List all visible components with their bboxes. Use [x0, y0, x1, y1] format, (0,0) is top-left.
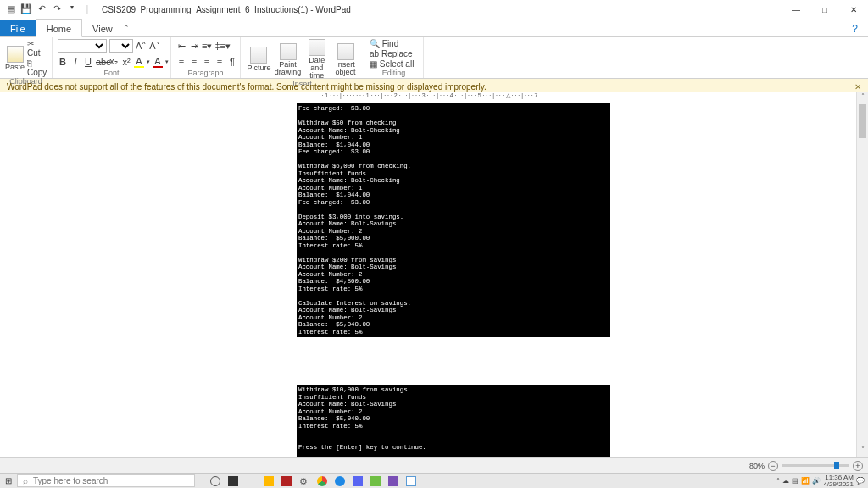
dd2[interactable]: ▾ [165, 58, 169, 65]
subscript-button[interactable]: x₂ [108, 56, 119, 67]
zoom-slider[interactable] [782, 464, 849, 467]
group-paragraph: Paragraph [176, 69, 235, 78]
font-size-input[interactable] [109, 39, 133, 53]
linespacing-icon[interactable]: ‡≡▾ [214, 41, 231, 52]
paragraph-dialog-icon[interactable]: ¶ [227, 57, 237, 67]
paste-button[interactable]: Paste [5, 46, 25, 71]
calendar-icon [309, 39, 326, 56]
discord-icon[interactable] [353, 476, 363, 486]
outdent-icon[interactable]: ⇤ [176, 41, 186, 52]
selectall-button[interactable]: ▦ Select all [370, 59, 418, 69]
redo-icon[interactable]: ↷ [51, 3, 63, 15]
search-icon: ⌕ [23, 476, 28, 485]
tray-clock[interactable]: 11:36 AM 4/29/2021 [823, 474, 854, 488]
copy-button[interactable]: ⎘ Copy [27, 58, 47, 77]
undo-icon[interactable]: ↶ [36, 3, 47, 15]
tray-notifications-icon[interactable]: 💬 [856, 477, 865, 485]
grow-font-icon[interactable]: A˄ [136, 41, 147, 52]
explorer-icon[interactable] [264, 476, 274, 486]
scroll-up-icon[interactable]: ˄ [857, 92, 868, 104]
ribbon-collapse-icon[interactable]: ⌃ [123, 24, 130, 32]
window-title: CSIS209_Programming_Assignment_6_Instruc… [98, 5, 782, 14]
insert-picture-button[interactable]: Picture [246, 47, 272, 72]
bullets-icon[interactable]: ≡▾ [202, 41, 212, 52]
shrink-font-icon[interactable]: A˅ [149, 41, 160, 52]
tray-volume-icon[interactable]: 🔊 [812, 477, 821, 485]
tray-cloud-icon[interactable]: ☁ [782, 477, 789, 485]
qat-dropdown-icon[interactable]: ▾ [66, 3, 78, 15]
paste-icon [7, 46, 24, 63]
find-button[interactable]: 🔍 Find [370, 39, 418, 48]
zoom-slider-thumb[interactable] [834, 462, 839, 469]
justify-icon[interactable]: ≡ [214, 57, 225, 67]
edge-icon[interactable] [246, 476, 256, 486]
scroll-thumb[interactable] [859, 104, 866, 138]
settings-icon[interactable]: ⚙ [299, 476, 309, 486]
taskview-icon[interactable] [210, 476, 220, 486]
close-button[interactable]: ✕ [839, 5, 868, 14]
tray-date: 4/29/2021 [823, 481, 854, 488]
tray-network-icon[interactable]: ▤ [792, 477, 798, 485]
paint-icon [280, 43, 297, 60]
dd1[interactable]: ▾ [147, 58, 150, 65]
app-icon-green[interactable] [370, 476, 381, 486]
underline-button[interactable]: U [83, 57, 93, 67]
tray-chevron-icon[interactable]: ˄ [776, 477, 780, 485]
bold-button[interactable]: B [58, 57, 68, 67]
maximize-button[interactable]: □ [810, 5, 839, 14]
superscript-button[interactable]: x² [121, 57, 131, 67]
align-left-icon[interactable]: ≡ [176, 57, 186, 67]
chrome-icon[interactable] [317, 476, 327, 486]
vs-icon[interactable] [388, 476, 398, 486]
start-button[interactable]: ⊞ [0, 476, 17, 485]
save-icon[interactable]: 💾 [20, 3, 32, 15]
align-center-icon[interactable]: ≡ [189, 57, 199, 67]
zoom-out-button[interactable]: − [768, 461, 778, 471]
scroll-down-icon[interactable]: ˅ [857, 446, 868, 458]
taskbar-search[interactable]: ⌕ Type here to search [17, 474, 195, 487]
app-icon-red[interactable] [281, 476, 292, 486]
font-name-input[interactable] [58, 39, 107, 53]
tray-wifi-icon[interactable]: 📶 [801, 477, 810, 485]
group-editing: Editing [370, 69, 418, 78]
italic-button[interactable]: I [70, 57, 81, 67]
insert-object-button[interactable]: Insert object [332, 43, 359, 76]
console-output-2: Withdraw $10,000 from savings. Insuffici… [297, 385, 610, 458]
taskbar: ⊞ ⌕ Type here to search ⚙ ˄ ☁ ▤ 📶 🔊 11:3… [0, 473, 868, 488]
object-icon [337, 43, 354, 60]
document-area[interactable]: · 1 · · · | · · · · · · · 1 · · · | · · … [0, 92, 856, 458]
app-icon: ▤ [5, 3, 17, 15]
compat-warning-text: WordPad does not support all of the feat… [7, 82, 487, 92]
wordpad-icon[interactable] [406, 476, 416, 486]
zoom-in-button[interactable]: + [853, 461, 863, 471]
text-highlight-icon[interactable]: A [134, 56, 144, 68]
indent-icon[interactable]: ⇥ [189, 41, 199, 52]
vertical-scrollbar[interactable]: ˄ ˅ [856, 92, 868, 458]
cut-button[interactable]: ✂ Cut [27, 39, 47, 58]
tab-view[interactable]: View [82, 20, 123, 36]
insert-date-button[interactable]: Date and time [303, 39, 330, 80]
status-bar: 80% − + [0, 458, 868, 473]
tab-file[interactable]: File [0, 20, 36, 36]
tab-home[interactable]: Home [36, 19, 82, 37]
ruler[interactable]: · 1 · · · | · · · · · · · 1 · · · | · · … [244, 92, 615, 103]
minimize-button[interactable]: — [782, 5, 810, 14]
picture-icon [250, 47, 267, 64]
warning-close-icon[interactable]: ✕ [854, 82, 861, 92]
app-icon-blue[interactable] [335, 476, 345, 486]
insert-paint-button[interactable]: Paint drawing [275, 43, 302, 76]
align-right-icon[interactable]: ≡ [202, 57, 212, 67]
search-placeholder: Type here to search [33, 476, 108, 485]
help-icon[interactable]: ? [847, 21, 863, 36]
zoom-value: 80% [749, 462, 765, 470]
group-font: Font [58, 69, 165, 78]
replace-button[interactable]: ab Replace [370, 49, 418, 58]
font-color-icon[interactable]: A [153, 56, 163, 68]
strike-button[interactable]: abc [96, 57, 106, 67]
console-output-1: Fee charged: $3.00 Withdraw $50 from che… [297, 103, 610, 337]
cortana-icon[interactable] [228, 476, 238, 486]
page: Fee charged: $3.00 Withdraw $50 from che… [244, 103, 615, 458]
